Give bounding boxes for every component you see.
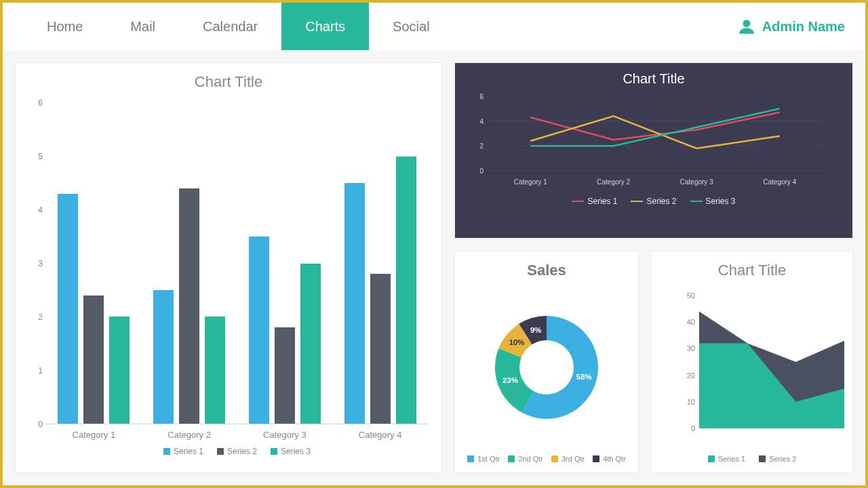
svg-text:Category 2: Category 2 [597, 178, 630, 186]
area-chart: 01020304050 [679, 291, 848, 434]
bar-category-label: Category 1 [73, 430, 116, 440]
svg-text:Category 4: Category 4 [763, 178, 796, 186]
area-title: Chart Title [652, 251, 852, 285]
bar [300, 264, 321, 424]
line-chart-panel: Chart Title 0246Category 1Category 2Cate… [454, 62, 853, 239]
user-name: Admin Name [762, 19, 845, 35]
legend-item: Series 1 [572, 197, 617, 206]
bar-chart-title: Chart Title [16, 63, 441, 96]
svg-text:10%: 10% [509, 338, 525, 346]
bar-chart-card: Chart Title 0123456 Category 1Category 2… [15, 62, 442, 473]
svg-text:6: 6 [479, 93, 484, 100]
svg-point-0 [743, 20, 750, 27]
line-chart-title: Chart Title [455, 63, 852, 89]
legend-item: Series 2 [631, 197, 676, 206]
svg-text:20: 20 [687, 371, 695, 380]
svg-text:Category 1: Category 1 [514, 178, 547, 186]
nav-home[interactable]: Home [23, 3, 106, 50]
bar [179, 188, 199, 424]
svg-text:2: 2 [479, 142, 484, 150]
bar [249, 237, 269, 424]
legend-item: 3rd Qtr [551, 455, 585, 463]
bar-group [153, 103, 225, 424]
right-column: Chart Title 0246Category 1Category 2Cate… [454, 62, 853, 473]
legend-item: Series 3 [271, 447, 311, 456]
legend-item: Series 2 [759, 455, 796, 463]
bar [370, 274, 391, 424]
legend-item: 1st Qtr [467, 455, 500, 463]
bar [153, 290, 174, 424]
svg-text:23%: 23% [502, 376, 518, 384]
legend-item: 2nd Qtr [508, 455, 543, 463]
bar [109, 317, 130, 424]
legend-item: 4th Qtr [593, 455, 626, 463]
user-icon [738, 18, 755, 35]
legend-item: Series 3 [690, 197, 736, 206]
user-area[interactable]: Admin Name [738, 18, 845, 35]
nav-calendar[interactable]: Calendar [179, 3, 281, 50]
svg-text:50: 50 [687, 291, 695, 300]
nav-charts[interactable]: Charts [281, 3, 369, 50]
svg-text:9%: 9% [530, 326, 541, 334]
donut-panel: Sales 58%23%10%9% 1st Qtr2nd Qtr3rd Qtr4… [454, 251, 639, 473]
legend-item: Series 1 [163, 447, 203, 456]
legend-item: Series 2 [217, 447, 257, 456]
bar-chart-panel: Chart Title 0123456 Category 1Category 2… [15, 62, 442, 473]
bar-category-label: Category 2 [167, 430, 211, 440]
svg-text:0: 0 [479, 167, 484, 175]
nav-social[interactable]: Social [369, 3, 453, 50]
nav-mail[interactable]: Mail [106, 3, 179, 50]
line-chart: 0246Category 1Category 2Category 3Catego… [455, 89, 835, 191]
bar-group [249, 103, 321, 424]
bar-group [58, 103, 130, 424]
svg-text:30: 30 [687, 344, 695, 352]
donut-chart: 58%23%10%9% [482, 303, 611, 432]
bar [396, 157, 416, 424]
content: Chart Title 0123456 Category 1Category 2… [3, 50, 865, 485]
bar-category-label: Category 3 [263, 430, 307, 440]
bar [205, 317, 225, 424]
svg-text:40: 40 [687, 318, 695, 326]
bar-group [344, 103, 416, 424]
legend-item: Series 1 [708, 455, 745, 463]
top-nav: Home Mail Calendar Charts Social Admin N… [3, 3, 865, 50]
bar [58, 194, 78, 424]
svg-text:4: 4 [479, 118, 484, 125]
svg-text:Category 3: Category 3 [680, 178, 713, 186]
svg-text:0: 0 [691, 424, 695, 432]
bar [83, 296, 104, 424]
svg-text:58%: 58% [576, 372, 592, 380]
donut-title: Sales [455, 251, 638, 285]
bar-category-label: Category 4 [359, 430, 402, 440]
svg-text:10: 10 [687, 398, 695, 406]
bar [344, 183, 365, 424]
bar [275, 327, 295, 424]
area-panel: Chart Title 01020304050 Series 1Series 2 [651, 251, 853, 473]
